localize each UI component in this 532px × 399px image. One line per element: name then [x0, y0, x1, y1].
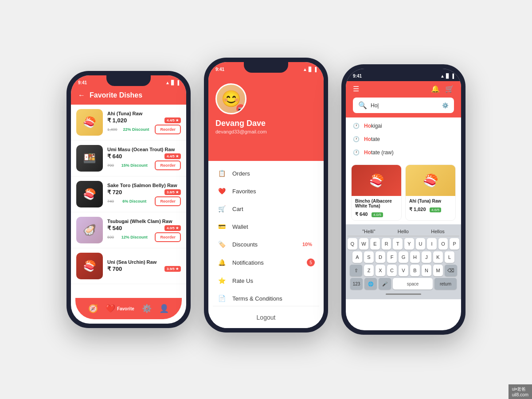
key-r[interactable]: R	[382, 238, 391, 250]
key-y[interactable]: Y	[404, 238, 414, 250]
list-item[interactable]: 🍱 Umi Masu (Ocean Trout) Raw ₹ 640 4.4/5…	[71, 141, 186, 176]
key-z[interactable]: Z	[364, 265, 374, 276]
search-bar[interactable]: 🔍 Ho| ⚙️	[353, 98, 454, 113]
list-item[interactable]: 🍣 Ahi (Tuna) Raw ₹ 1,020 4.4/5 ★ 1,400 2…	[71, 105, 186, 141]
item-info: Uni (Sea Urchin) Raw ₹ 700 3.9/5 ★	[107, 259, 181, 273]
suggestion-item[interactable]: 🕐 Hotate	[346, 133, 461, 146]
suggestion-item[interactable]: 🕐 Hotate (raw)	[346, 146, 461, 159]
menu-item-orders[interactable]: 📋 Orders	[208, 164, 324, 182]
wallet-icon: 💳	[217, 223, 226, 230]
key-i[interactable]: I	[427, 238, 437, 250]
price-row: ₹ 540 4.0/5 ★	[107, 225, 181, 231]
key-w[interactable]: W	[359, 238, 369, 250]
discount-pct: 6% Discount	[122, 199, 146, 203]
list-item[interactable]: 🍣 Sake Toro (Salmon Belly) Raw ₹ 720 3.8…	[71, 176, 186, 212]
nav-profile-icon[interactable]: 👤	[159, 304, 169, 313]
status-time-1: 9:41	[78, 80, 87, 85]
shift-key[interactable]: ⇧	[350, 265, 362, 276]
search-input[interactable]: Ho|	[371, 102, 438, 109]
notification-icon[interactable]: 🔔	[431, 85, 440, 93]
menu-item-cart[interactable]: 🛒 Cart	[208, 200, 324, 218]
key-g[interactable]: G	[399, 251, 408, 263]
space-key[interactable]: space	[393, 278, 433, 289]
old-price: 700	[107, 163, 114, 168]
cart-header-icon[interactable]: 🛒	[445, 85, 454, 93]
menu-item-notifications[interactable]: 🔔 Notifications 5	[208, 253, 324, 272]
mic-key[interactable]: 🎤	[379, 278, 391, 289]
result-card[interactable]: 🍣 Ahi (Tuna) Raw ₹ 1,020 4.6/5	[405, 164, 456, 221]
menu-item-rate-us[interactable]: ⭐ Rate Us	[208, 272, 324, 289]
back-button[interactable]: ←	[78, 91, 85, 99]
hamburger-icon[interactable]: ☰	[353, 85, 359, 93]
battery-icon-3: ▐	[451, 74, 454, 78]
backspace-key[interactable]: ⌫	[445, 265, 457, 276]
item-info: Tsubugai (Whelk Clam) Raw ₹ 540 4.0/5 ★ …	[107, 219, 181, 242]
key-j[interactable]: J	[422, 251, 431, 263]
key-t[interactable]: T	[393, 238, 403, 250]
key-m[interactable]: M	[433, 265, 443, 276]
profile-header: 😊 📷 Devang Dave devangd33@gmail.com	[208, 74, 324, 161]
key-a[interactable]: A	[352, 251, 362, 263]
list-item[interactable]: 🦪 Tsubugai (Whelk Clam) Raw ₹ 540 4.0/5 …	[71, 212, 186, 248]
key-v[interactable]: V	[399, 265, 408, 276]
key-e[interactable]: E	[370, 238, 380, 250]
old-price: 1,400	[107, 127, 117, 132]
logout-button[interactable]: Logout	[257, 314, 276, 321]
numbers-key[interactable]: 123	[350, 278, 363, 289]
reorder-button[interactable]: Reorder	[155, 232, 181, 242]
terms-icon: 📄	[217, 295, 226, 302]
globe-key[interactable]: 🌐	[364, 278, 377, 289]
list-item[interactable]: 🍣 Uni (Sea Urchin) Raw ₹ 700 3.9/5 ★	[71, 248, 186, 284]
key-x[interactable]: X	[376, 265, 385, 276]
notifications-badge: 5	[307, 258, 315, 266]
key-u[interactable]: U	[416, 238, 426, 250]
item-info: Umi Masu (Ocean Trout) Raw ₹ 640 4.4/5 ★…	[107, 147, 181, 170]
key-o[interactable]: O	[438, 238, 448, 250]
menu-item-discounts[interactable]: 🏷️ Discounts 10%	[208, 235, 324, 253]
discount-row: 1,400 22% Discount Reorder	[107, 125, 181, 134]
key-h[interactable]: H	[410, 251, 420, 263]
avatar[interactable]: 😊 📷	[215, 83, 246, 114]
reorder-button[interactable]: Reorder	[155, 196, 181, 206]
return-key[interactable]: return	[434, 278, 457, 289]
key-n[interactable]: N	[422, 265, 431, 276]
phone-screen-1: 9:41 ▲ ▊ ▐ ← Favorite Dishes 🍣 Ahi (Tuna…	[71, 75, 186, 324]
reorder-button[interactable]: Reorder	[155, 125, 181, 134]
keyboard: "Helli" Hello Hellos Q W E R T Y U I O P…	[346, 224, 461, 299]
nav-heart-icon: ❤️	[106, 304, 115, 313]
key-c[interactable]: C	[387, 265, 397, 276]
phone-profile-menu: 9:41 ▲ ▊ ▐ 😊 📷 Devang Dave devangd33@gma…	[204, 58, 328, 332]
key-p[interactable]: P	[450, 238, 459, 250]
result-card[interactable]: 🍣 Bincho (Albacore White Tuna) ₹ 640 4.0…	[351, 164, 402, 221]
reorder-button[interactable]: Reorder	[155, 160, 181, 170]
suggestion-item[interactable]: 🕐 Hokigai	[346, 119, 461, 133]
item-rating: 4.4/5 ★	[164, 153, 181, 159]
filter-icon[interactable]: ⚙️	[442, 102, 449, 109]
result-name: Ahi (Tuna) Raw	[409, 199, 452, 203]
cart-label: Cart	[232, 206, 315, 212]
key-s[interactable]: S	[364, 251, 374, 263]
nav-settings-icon[interactable]: ⚙️	[142, 304, 152, 313]
key-q[interactable]: Q	[348, 238, 357, 250]
menu-item-wallet[interactable]: 💳 Wallet	[208, 218, 324, 235]
nav-home-icon[interactable]: 🧭	[88, 304, 98, 313]
search-bar-container: 🔍 Ho| ⚙️	[346, 98, 461, 117]
nav-favorite[interactable]: ❤️ Favorite	[106, 304, 134, 313]
home-indicator	[348, 291, 459, 297]
key-f[interactable]: F	[387, 251, 397, 263]
discount-row: 600 12% Discount Reorder	[107, 232, 181, 242]
key-d[interactable]: D	[376, 251, 385, 263]
menu-item-terms[interactable]: 📄 Terms & Conditions	[208, 289, 324, 307]
key-l[interactable]: L	[445, 251, 454, 263]
orders-label: Orders	[232, 170, 315, 177]
keyboard-suggestions: "Helli" Hello Hellos	[348, 227, 459, 236]
kbd-suggest-2[interactable]: Hello	[398, 229, 409, 234]
key-b[interactable]: B	[410, 265, 420, 276]
menu-item-favorites[interactable]: ❤️ Favorites	[208, 182, 324, 200]
status-time-2: 9:41	[215, 67, 224, 72]
camera-icon[interactable]: 📷	[236, 104, 245, 113]
key-k[interactable]: K	[433, 251, 443, 263]
kbd-suggest-1[interactable]: "Helli"	[362, 229, 375, 234]
kbd-suggest-3[interactable]: Hellos	[431, 229, 445, 234]
favorites-icon: ❤️	[217, 188, 226, 195]
